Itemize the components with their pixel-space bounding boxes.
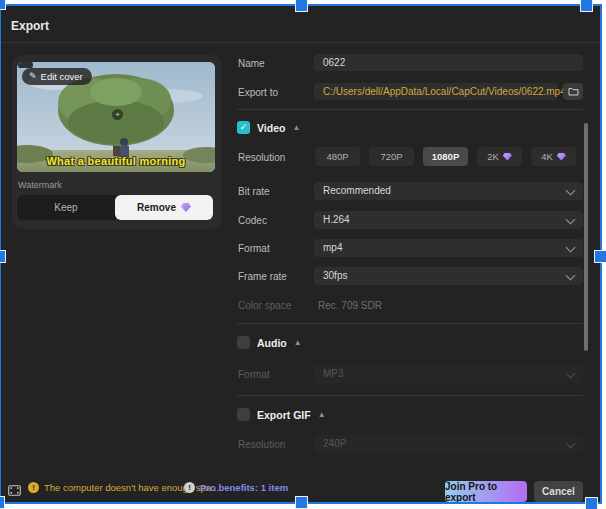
codec-label: Codec bbox=[238, 215, 267, 226]
cancel-button[interactable]: Cancel bbox=[534, 481, 583, 502]
export-dialog: Export bbox=[0, 5, 601, 503]
resolution-options: 480P 720P 1080P 2K 4K bbox=[315, 147, 576, 166]
pro-benefits-notice[interactable]: ! Pro benefits: 1 item bbox=[184, 482, 288, 493]
resolution-4k-button[interactable]: 4K bbox=[531, 147, 576, 166]
frame-rate-label: Frame rate bbox=[238, 271, 287, 282]
chevron-down-icon bbox=[566, 369, 576, 379]
codec-value: H.264 bbox=[323, 214, 350, 225]
bit-rate-label: Bit rate bbox=[238, 186, 270, 197]
cover-card: ✎ Edit cover + What a beautiful morning … bbox=[12, 55, 222, 229]
selection-handle-left-middle[interactable] bbox=[0, 250, 6, 263]
color-space-value: Rec. 709 SDR bbox=[318, 300, 382, 311]
video-checkbox[interactable]: ✓ bbox=[237, 121, 250, 134]
gif-section-title: Export GIF bbox=[257, 409, 311, 421]
pro-gem-icon bbox=[503, 153, 512, 161]
dialog-title: Export bbox=[11, 19, 49, 33]
pro-gem-icon bbox=[557, 153, 566, 161]
audio-collapse-icon[interactable]: ▲ bbox=[294, 339, 302, 347]
codec-select[interactable]: H.264 bbox=[314, 211, 583, 229]
chevron-down-icon bbox=[566, 215, 576, 225]
gif-collapse-icon[interactable]: ▲ bbox=[318, 411, 326, 419]
watermark-keep-button[interactable]: Keep bbox=[17, 195, 115, 220]
selection-handle-top-center[interactable] bbox=[295, 0, 308, 12]
resolution-720p-button[interactable]: 720P bbox=[369, 147, 414, 166]
selection-handle-top-right[interactable] bbox=[580, 0, 593, 12]
resolution-720p-label: 720P bbox=[380, 151, 402, 162]
pencil-icon: ✎ bbox=[29, 72, 37, 81]
frame-rate-value: 30fps bbox=[323, 270, 347, 281]
header-divider bbox=[0, 42, 601, 43]
resolution-1080p-button[interactable]: 1080P bbox=[423, 147, 468, 166]
resolution-label: Resolution bbox=[238, 152, 285, 163]
frame-rate-select[interactable]: 30fps bbox=[314, 267, 583, 285]
cover-preview[interactable]: ✎ Edit cover + What a beautiful morning bbox=[17, 62, 215, 172]
resolution-2k-button[interactable]: 2K bbox=[477, 147, 522, 166]
vertical-scrollbar[interactable] bbox=[584, 123, 588, 351]
resolution-1080p-label: 1080P bbox=[432, 151, 459, 162]
selection-handle-top-left[interactable] bbox=[0, 0, 6, 10]
gif-checkbox[interactable] bbox=[237, 408, 250, 421]
chevron-down-icon bbox=[566, 243, 576, 253]
section-divider-video bbox=[237, 109, 583, 110]
section-divider-gif bbox=[237, 395, 583, 396]
browse-folder-button[interactable] bbox=[563, 83, 583, 100]
resolution-4k-label: 4K bbox=[541, 151, 553, 162]
export-to-label: Export to bbox=[238, 87, 278, 98]
format-label: Format bbox=[238, 243, 270, 254]
bit-rate-value: Recommended bbox=[323, 185, 391, 196]
join-pro-export-button[interactable]: Join Pro to export bbox=[445, 481, 527, 502]
cover-caption-text: What a beautiful morning bbox=[17, 155, 215, 167]
watermark-label: Watermark bbox=[18, 180, 62, 190]
audio-format-select: MP3 bbox=[314, 365, 583, 383]
resolution-480p-label: 480P bbox=[326, 151, 348, 162]
bit-rate-select[interactable]: Recommended bbox=[314, 182, 583, 200]
folder-icon bbox=[568, 87, 579, 96]
name-label: Name bbox=[238, 58, 265, 69]
selection-handle-bottom-left[interactable] bbox=[0, 496, 5, 509]
video-collapse-icon[interactable]: ▲ bbox=[292, 124, 300, 132]
selection-handle-bottom-center[interactable] bbox=[295, 496, 308, 509]
section-divider-audio bbox=[237, 323, 583, 324]
format-value: mp4 bbox=[323, 242, 342, 253]
name-input[interactable]: 0622 bbox=[314, 54, 583, 71]
export-path-input[interactable]: C:/Users/dell/AppData/Local/CapCut/Video… bbox=[314, 83, 558, 100]
chevron-down-icon bbox=[566, 271, 576, 281]
audio-format-label: Format bbox=[238, 369, 270, 380]
audio-section-title: Audio bbox=[257, 337, 287, 349]
color-space-label: Color space bbox=[238, 300, 291, 311]
video-section-title: Video bbox=[257, 122, 285, 134]
screenshot-canvas: Export bbox=[0, 0, 606, 509]
gif-resolution-select: 240P bbox=[314, 435, 583, 453]
audio-checkbox[interactable] bbox=[237, 336, 250, 349]
resolution-2k-label: 2K bbox=[487, 151, 499, 162]
selection-handle-bottom-right[interactable] bbox=[585, 497, 598, 509]
selection-handle-right-middle[interactable] bbox=[594, 250, 606, 263]
pro-benefits-text: Pro benefits: 1 item bbox=[200, 482, 288, 493]
zoom-plus-icon[interactable]: + bbox=[112, 109, 123, 120]
keep-label: Keep bbox=[54, 202, 77, 213]
audio-section-header: Audio ▲ bbox=[237, 336, 302, 349]
edit-cover-label: Edit cover bbox=[41, 71, 83, 82]
gif-resolution-value: 240P bbox=[323, 438, 346, 449]
gif-section-header: Export GIF ▲ bbox=[237, 408, 326, 421]
chevron-down-icon bbox=[566, 186, 576, 196]
info-icon: ! bbox=[184, 482, 195, 493]
watermark-segmented-control: Keep Remove bbox=[17, 195, 213, 220]
audio-format-value: MP3 bbox=[323, 368, 344, 379]
format-select[interactable]: mp4 bbox=[314, 239, 583, 257]
warning-icon: ! bbox=[28, 482, 39, 493]
gif-resolution-label: Resolution bbox=[238, 439, 285, 450]
video-section-header: ✓ Video ▲ bbox=[237, 121, 300, 134]
resolution-480p-button[interactable]: 480P bbox=[315, 147, 360, 166]
film-icon bbox=[8, 482, 21, 500]
edit-cover-button[interactable]: ✎ Edit cover bbox=[22, 68, 92, 85]
remove-label: Remove bbox=[137, 202, 176, 213]
pro-gem-icon bbox=[181, 203, 191, 212]
chevron-down-icon bbox=[566, 439, 576, 449]
watermark-remove-button[interactable]: Remove bbox=[115, 195, 213, 220]
